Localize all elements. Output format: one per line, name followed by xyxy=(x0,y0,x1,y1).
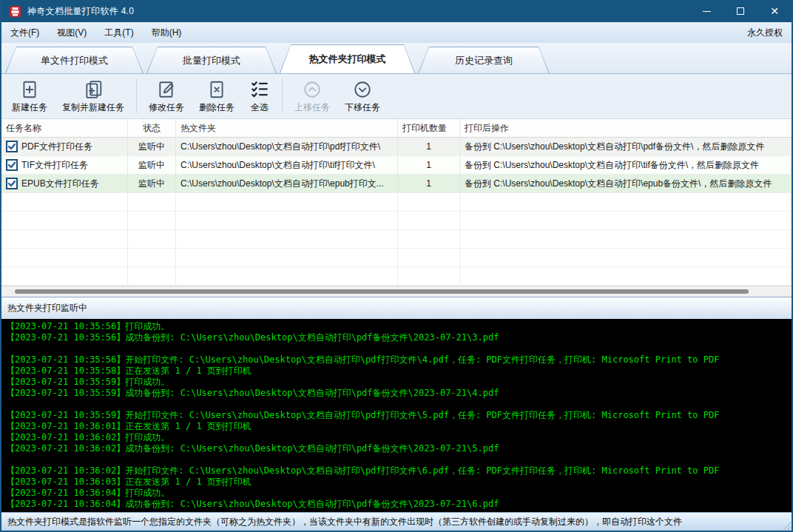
select-all-icon xyxy=(249,79,270,100)
maximize-icon xyxy=(737,7,744,15)
post-action-cell: 备份到 C:\Users\zhou\Desktop\文档自动打印\tif备份文件… xyxy=(460,156,792,175)
move-up-icon xyxy=(302,79,323,100)
empty-cell xyxy=(1,267,128,286)
log-console[interactable]: 【2023-07-21 10:35:56】打印成功。【2023-07-21 10… xyxy=(1,319,792,512)
menu-item-2[interactable]: 工具(T) xyxy=(95,24,142,42)
app-printer-icon xyxy=(9,5,21,18)
task-checkbox[interactable] xyxy=(6,178,18,189)
log-line: 【2023-07-21 10:36:02】成功备份到: C:\Users\zho… xyxy=(6,443,787,454)
maximize-button[interactable] xyxy=(723,0,757,22)
tab-热文件夹打印模式[interactable]: 热文件夹打印模式 xyxy=(280,44,415,73)
toolbar-button-label: 新建任务 xyxy=(12,101,47,114)
post-action-cell: 备份到 C:\Users\zhou\Desktop\文档自动打印\pdf备份文件… xyxy=(460,138,792,156)
move-down-icon xyxy=(352,79,373,100)
toolbar-button-label: 删除任务 xyxy=(199,101,234,114)
menu-item-0[interactable]: 文件(F) xyxy=(1,24,48,42)
复制并新建任务-button[interactable]: 复制并新建任务 xyxy=(55,75,132,117)
table-row[interactable]: EPUB文件打印任务监听中C:\Users\zhou\Desktop\文档自动打… xyxy=(1,175,792,193)
column-header-任务名称[interactable]: 任务名称 xyxy=(1,119,128,137)
删除任务-button[interactable]: 删除任务 xyxy=(192,75,242,117)
tab-strip: 单文件打印模式批量打印模式热文件夹打印模式历史记录查询 xyxy=(1,43,792,74)
log-line: 【2023-07-21 10:36:04】打印成功。 xyxy=(6,488,787,499)
toolbar: 新建任务复制并新建任务修改任务删除任务全选上移任务下移任务 xyxy=(1,74,792,119)
table-body: PDF文件打印任务监听中C:\Users\zhou\Desktop\文档自动打印… xyxy=(1,138,792,286)
log-line: 【2023-07-21 10:35:56】成功备份到: C:\Users\zho… xyxy=(6,332,787,343)
新建任务-button[interactable]: 新建任务 xyxy=(4,75,55,117)
log-line: 【2023-07-21 10:35:56】开始打印文件: C:\Users\zh… xyxy=(6,354,787,366)
hot-folder-cell: C:\Users\zhou\Desktop\文档自动打印\tif打印文件\ xyxy=(176,156,398,175)
tab-单文件打印模式[interactable]: 单文件打印模式 xyxy=(5,47,144,73)
task-name-cell: TIF文件打印任务 xyxy=(1,156,128,175)
window-controls: ✕ xyxy=(689,0,792,22)
empty-cell xyxy=(128,193,176,212)
empty-cell xyxy=(1,230,128,249)
monitor-status-bar: 热文件夹打印监听中 xyxy=(1,297,792,319)
empty-cell xyxy=(1,212,128,230)
tab-label: 批量打印模式 xyxy=(147,47,276,73)
empty-cell xyxy=(176,212,398,230)
edit-task-icon xyxy=(156,79,177,100)
delete-task-icon xyxy=(206,79,227,100)
empty-cell xyxy=(1,249,128,267)
log-line: 【2023-07-21 10:36:04】成功备份到: C:\Users\zho… xyxy=(6,499,787,510)
column-header-状态[interactable]: 状态 xyxy=(128,119,176,137)
status-bar-text: 热文件夹打印模式是指软件监听一个您指定的文件夹（可称之为热文件夹），当该文件夹中… xyxy=(7,516,682,528)
log-line: 【2023-07-21 10:36:02】开始打印文件: C:\Users\zh… xyxy=(6,465,787,477)
empty-cell xyxy=(460,193,792,212)
menu-item-3[interactable]: 帮助(H) xyxy=(143,24,191,42)
printer-count-cell: 1 xyxy=(398,138,460,156)
task-status-cell: 监听中 xyxy=(128,175,176,193)
column-header-热文件夹[interactable]: 热文件夹 xyxy=(176,119,398,137)
task-checkbox[interactable] xyxy=(6,159,18,171)
下移任务-button[interactable]: 下移任务 xyxy=(337,75,388,117)
column-header-打印机数量[interactable]: 打印机数量 xyxy=(398,119,460,137)
log-line: 【2023-07-21 10:36:01】正在发送第 1 / 1 页到打印机 xyxy=(6,421,787,432)
toolbar-button-label: 下移任务 xyxy=(345,101,380,114)
tab-历史记录查询[interactable]: 历史记录查询 xyxy=(418,47,550,73)
上移任务-button: 上移任务 xyxy=(287,75,337,117)
task-checkbox[interactable] xyxy=(6,141,18,152)
app-window: 神奇文档批量打印软件 4.0 ✕ 文件(F)视图(V)工具(T)帮助(H) 永久… xyxy=(0,0,793,532)
empty-cell xyxy=(128,230,176,249)
empty-cell xyxy=(176,230,398,249)
monitor-status-text: 热文件夹打印监听中 xyxy=(7,302,87,314)
empty-cell xyxy=(460,267,792,286)
tab-批量打印模式[interactable]: 批量打印模式 xyxy=(146,47,277,73)
column-header-打印后操作[interactable]: 打印后操作 xyxy=(460,119,792,137)
empty-cell xyxy=(398,230,460,249)
table-row-empty xyxy=(1,230,792,249)
tab-label: 热文件夹打印模式 xyxy=(280,45,414,73)
toolbar-button-label: 复制并新建任务 xyxy=(62,101,124,114)
menu-item-1[interactable]: 视图(V) xyxy=(48,24,95,42)
log-line xyxy=(6,399,787,410)
table-row[interactable]: PDF文件打印任务监听中C:\Users\zhou\Desktop\文档自动打印… xyxy=(1,138,792,156)
log-line xyxy=(6,343,787,354)
empty-cell xyxy=(128,249,176,267)
empty-cell xyxy=(460,230,792,249)
toolbar-button-label: 全选 xyxy=(251,101,269,114)
toolbar-separator xyxy=(136,79,137,113)
close-button[interactable]: ✕ xyxy=(757,0,792,22)
全选-button[interactable]: 全选 xyxy=(242,75,277,117)
empty-cell xyxy=(460,249,792,267)
toolbar-button-label: 上移任务 xyxy=(294,101,330,114)
empty-cell xyxy=(398,249,460,267)
task-name-label: PDF文件打印任务 xyxy=(21,141,92,153)
log-line: 【2023-07-21 10:36:03】正在发送第 1 / 1 页到打印机 xyxy=(6,477,787,488)
task-name-cell: PDF文件打印任务 xyxy=(1,138,128,156)
new-task-icon xyxy=(19,79,40,100)
log-line: 【2023-07-21 10:35:56】打印成功。 xyxy=(6,321,787,332)
horizontal-scrollbar[interactable] xyxy=(1,286,792,297)
log-line xyxy=(6,454,787,465)
hot-folder-cell: C:\Users\zhou\Desktop\文档自动打印\epub打印文... xyxy=(176,175,398,193)
table-row[interactable]: TIF文件打印任务监听中C:\Users\zhou\Desktop\文档自动打印… xyxy=(1,156,792,175)
log-line: 【2023-07-21 10:36:02】打印成功。 xyxy=(6,432,787,443)
titlebar: 神奇文档批量打印软件 4.0 ✕ xyxy=(1,0,792,22)
resize-grip[interactable] xyxy=(781,520,791,530)
minimize-button[interactable] xyxy=(689,0,723,22)
修改任务-button[interactable]: 修改任务 xyxy=(141,75,192,117)
printer-count-cell: 1 xyxy=(398,175,460,193)
scrollbar-thumb[interactable] xyxy=(15,289,749,294)
empty-cell xyxy=(128,267,176,286)
log-line: 【2023-07-21 10:35:58】正在发送第 1 / 1 页到打印机 xyxy=(6,366,787,377)
